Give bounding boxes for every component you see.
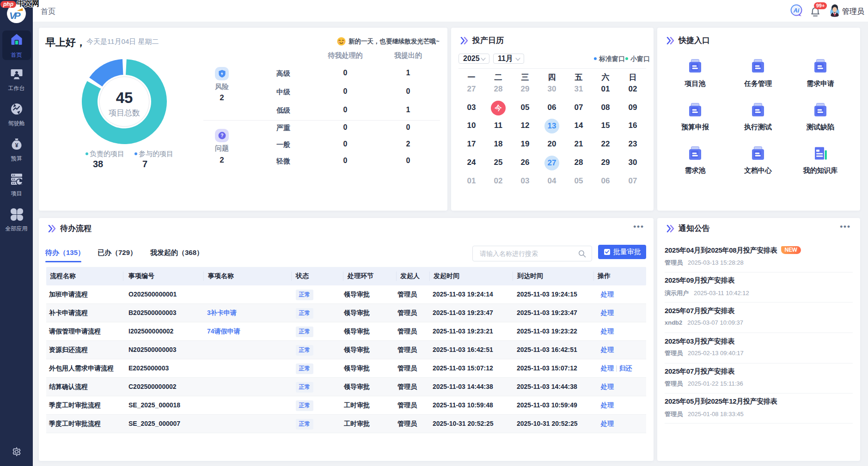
svg-text:¥: ¥ — [15, 142, 18, 149]
svg-text:?: ? — [220, 133, 223, 138]
svg-text:VP: VP — [9, 10, 21, 21]
svg-text:Ai: Ai — [793, 7, 800, 14]
